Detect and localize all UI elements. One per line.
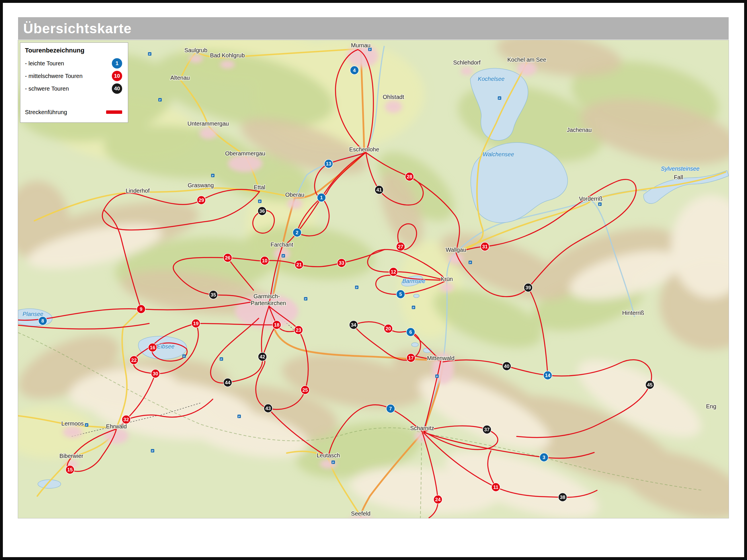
svg-text:P: P xyxy=(212,174,214,177)
svg-text:P: P xyxy=(152,450,153,453)
place-label-graswang: Graswang xyxy=(187,182,214,188)
parking-icon: P xyxy=(85,423,88,427)
svg-text:10: 10 xyxy=(262,258,267,263)
svg-text:14: 14 xyxy=(545,373,550,378)
tour-marker-29: 29 xyxy=(197,196,206,204)
place-label-mittenwald: Mittenwald xyxy=(427,355,455,361)
svg-text:40: 40 xyxy=(504,363,510,369)
tour-marker-8: 8 xyxy=(38,316,47,325)
legend-item-route: Streckenführung xyxy=(25,107,123,117)
parking-icon: P xyxy=(258,200,261,203)
route-line-swatch xyxy=(106,110,122,114)
tour-marker-23: 23 xyxy=(294,326,303,334)
place-label-murnau: Murnau xyxy=(351,42,370,48)
svg-text:44: 44 xyxy=(225,380,231,385)
tour-marker-12: 12 xyxy=(389,268,398,276)
legend-label-hard: - schwere Touren xyxy=(25,85,69,92)
svg-text:42: 42 xyxy=(260,354,265,360)
place-label-scharnitz: Scharnitz xyxy=(410,425,434,431)
lake-label-eibsee: Eibsee xyxy=(157,343,174,350)
svg-text:41: 41 xyxy=(377,187,382,193)
svg-text:6: 6 xyxy=(409,329,412,335)
svg-text:3: 3 xyxy=(543,455,545,460)
tour-marker-5: 5 xyxy=(396,290,405,299)
legend-label-medium: - mittelschwere Touren xyxy=(25,73,83,79)
svg-text:43: 43 xyxy=(265,406,271,411)
svg-text:15: 15 xyxy=(68,467,73,473)
tour-marker-2: 2 xyxy=(293,228,301,237)
svg-text:37: 37 xyxy=(484,427,490,432)
tour-marker-9: 9 xyxy=(137,305,146,313)
svg-text:26: 26 xyxy=(225,255,231,261)
map-page: Übersichtskarte xyxy=(3,3,744,557)
svg-text:7: 7 xyxy=(389,406,392,411)
tour-marker-16: 16 xyxy=(148,343,157,352)
svg-text:9: 9 xyxy=(140,307,142,312)
tour-marker-13: 13 xyxy=(324,159,333,168)
place-label-ohlstadt: Ohlstadt xyxy=(383,94,404,100)
tour-marker-1: 1 xyxy=(317,193,326,202)
svg-text:P: P xyxy=(282,255,284,257)
medium-tour-marker-sample: 10 xyxy=(112,71,122,81)
svg-text:22: 22 xyxy=(131,358,137,363)
tour-marker-6: 6 xyxy=(406,328,415,336)
svg-text:P: P xyxy=(259,200,261,203)
place-label-jachenau: Jachenau xyxy=(567,127,592,133)
place-label-lermoos: Lermoos xyxy=(61,421,84,427)
tour-marker-15: 15 xyxy=(66,465,74,474)
legend-item-easy: - leichte Touren 1 xyxy=(25,57,123,70)
svg-text:20: 20 xyxy=(386,326,391,331)
tour-marker-33: 33 xyxy=(337,259,346,267)
svg-text:2: 2 xyxy=(295,230,298,235)
svg-text:1: 1 xyxy=(320,195,323,200)
svg-text:45: 45 xyxy=(647,382,653,388)
svg-text:24: 24 xyxy=(435,497,441,502)
tour-marker-45: 45 xyxy=(645,381,654,389)
tour-marker-14: 14 xyxy=(543,371,552,380)
legend-box: Tourenbezeichnung - leichte Touren 1 - m… xyxy=(20,43,128,123)
svg-text:P: P xyxy=(369,48,371,51)
svg-text:16: 16 xyxy=(150,345,155,350)
tour-marker-38: 38 xyxy=(558,493,567,502)
place-label-ehrwald: Ehrwald xyxy=(106,423,127,430)
tour-marker-44: 44 xyxy=(223,378,232,387)
svg-text:P: P xyxy=(149,53,151,56)
svg-text:27: 27 xyxy=(398,244,404,250)
parking-icon: P xyxy=(182,354,186,358)
place-label-seefeld: Seefeld xyxy=(351,510,370,517)
tour-marker-4: 4 xyxy=(350,66,359,75)
svg-text:33: 33 xyxy=(339,260,344,266)
place-label-kr-n: Krün xyxy=(441,276,453,282)
parking-icon: P xyxy=(220,357,223,361)
place-label-kochel-am-see: Kochel am See xyxy=(507,56,546,63)
tour-marker-17: 17 xyxy=(407,354,415,362)
svg-text:P: P xyxy=(469,261,471,264)
place-label-oberammergau: Oberammergau xyxy=(225,150,265,157)
svg-text:23: 23 xyxy=(296,328,301,333)
tour-marker-43: 43 xyxy=(264,404,273,413)
place-label-hinterri-: Hinterriß xyxy=(622,310,644,316)
svg-text:32: 32 xyxy=(124,417,129,423)
legend-heading: Tourenbezeichnung xyxy=(25,47,123,54)
tour-marker-19: 19 xyxy=(191,319,200,328)
legend-label-easy: - leichte Touren xyxy=(25,60,64,67)
tour-marker-20: 20 xyxy=(384,324,392,333)
tour-marker-18: 18 xyxy=(273,321,281,329)
place-label-eschenlohe: Eschenlohe xyxy=(349,146,379,153)
place-label-eng: Eng xyxy=(706,403,716,409)
svg-text:P: P xyxy=(86,424,87,427)
svg-text:P: P xyxy=(238,415,240,418)
tour-marker-34: 34 xyxy=(349,321,358,329)
tour-marker-26: 26 xyxy=(223,253,232,262)
parking-icon: P xyxy=(237,415,241,418)
parking-icon: P xyxy=(468,261,472,264)
tour-marker-37: 37 xyxy=(483,425,491,434)
tour-marker-11: 11 xyxy=(491,483,500,491)
svg-text:P: P xyxy=(221,358,222,361)
parking-icon: P xyxy=(211,174,214,177)
parking-icon: P xyxy=(355,286,358,289)
svg-text:34: 34 xyxy=(351,322,356,328)
lake-small-2 xyxy=(412,342,418,347)
parking-icon: P xyxy=(151,449,154,453)
place-label-saulgrub: Saulgrub xyxy=(184,47,207,53)
